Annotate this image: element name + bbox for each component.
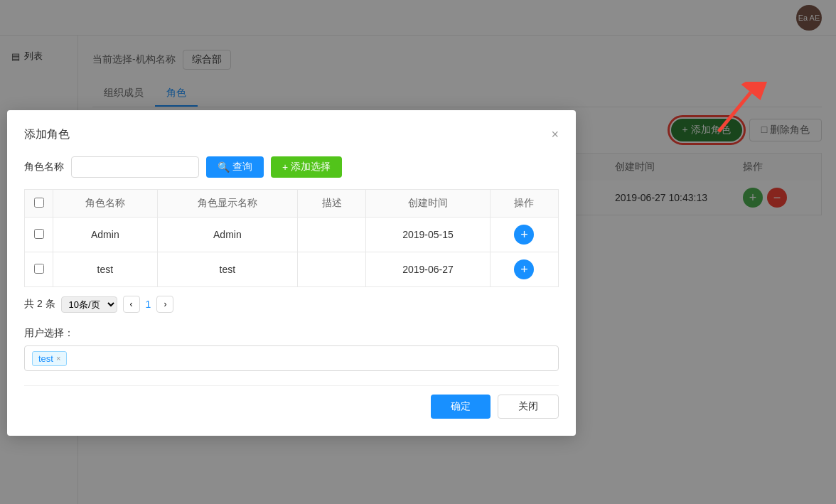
row-display-name: test [157, 252, 297, 287]
row-name: Admin [53, 218, 158, 252]
cancel-button[interactable]: 关闭 [498, 395, 559, 419]
role-name-label: 角色名称 [24, 161, 64, 173]
row-desc [298, 252, 366, 287]
user-selection: 用户选择： test × [24, 327, 559, 371]
modal-header: 添加角色 × [24, 127, 559, 142]
row-checkbox-cell [25, 252, 53, 287]
current-page: 1 [146, 299, 151, 310]
svg-line-1 [719, 92, 751, 132]
table-header-row: 角色名称 角色显示名称 描述 创建时间 操作 [25, 190, 559, 218]
table-row: test test 2019-06-27 + [25, 252, 559, 287]
confirm-button[interactable]: 确定 [431, 395, 491, 419]
th-action: 操作 [490, 190, 558, 218]
search-icon: 🔍 [218, 161, 230, 173]
total-count: 共 2 条 [24, 298, 55, 311]
row-create-time: 2019-06-27 [366, 252, 491, 287]
search-button-label: 查询 [232, 161, 252, 173]
row-desc [298, 218, 366, 252]
table-select-all[interactable] [34, 198, 44, 208]
row-action-cell: + [490, 252, 558, 287]
modal-close-button[interactable]: × [551, 127, 559, 142]
row-action-cell: + [490, 218, 558, 252]
row-checkbox[interactable] [34, 229, 44, 239]
role-name-input[interactable] [71, 156, 199, 178]
next-page-button[interactable]: › [156, 296, 173, 313]
th-create-time: 创建时间 [366, 190, 491, 218]
tag-container: test × [24, 345, 559, 371]
row-name: test [53, 252, 158, 287]
prev-page-button[interactable]: ‹ [123, 296, 140, 313]
th-checkbox [25, 190, 53, 218]
row-display-name: Admin [157, 218, 297, 252]
row-checkbox[interactable] [34, 264, 44, 274]
th-display-name: 角色显示名称 [157, 190, 297, 218]
th-desc: 描述 [298, 190, 366, 218]
row-create-time: 2019-05-15 [366, 218, 491, 252]
row-checkbox-cell [25, 218, 53, 252]
modal-title: 添加角色 [24, 127, 70, 142]
tag-remove-button[interactable]: × [56, 354, 60, 363]
add-select-label: 添加选择 [291, 161, 331, 173]
tag-text: test [38, 353, 53, 364]
row-add-circle-button[interactable]: + [514, 225, 534, 245]
pagination: 共 2 条 10条/页 20条/页 50条/页 ‹ 1 › [24, 296, 559, 313]
roles-table: 角色名称 角色显示名称 描述 创建时间 操作 Admin Admin 2019-… [24, 189, 559, 287]
row-add-circle-button[interactable]: + [514, 259, 534, 279]
th-role-name: 角色名称 [53, 190, 158, 218]
plus-icon: + [282, 161, 288, 173]
page-size-select[interactable]: 10条/页 20条/页 50条/页 [61, 296, 117, 313]
search-button[interactable]: 🔍 查询 [206, 156, 264, 178]
modal-footer: 确定 关闭 [24, 385, 559, 419]
add-role-modal: 添加角色 × 角色名称 🔍 查询 + 添加选择 角色名称 角色显示名称 描述 创… [7, 110, 576, 436]
table-row: Admin Admin 2019-05-15 + [25, 218, 559, 252]
red-arrow [697, 82, 768, 139]
user-selection-label: 用户选择： [24, 327, 559, 340]
user-tag: test × [32, 351, 67, 366]
search-row: 角色名称 🔍 查询 + 添加选择 [24, 156, 559, 178]
add-select-button[interactable]: + 添加选择 [271, 156, 342, 178]
